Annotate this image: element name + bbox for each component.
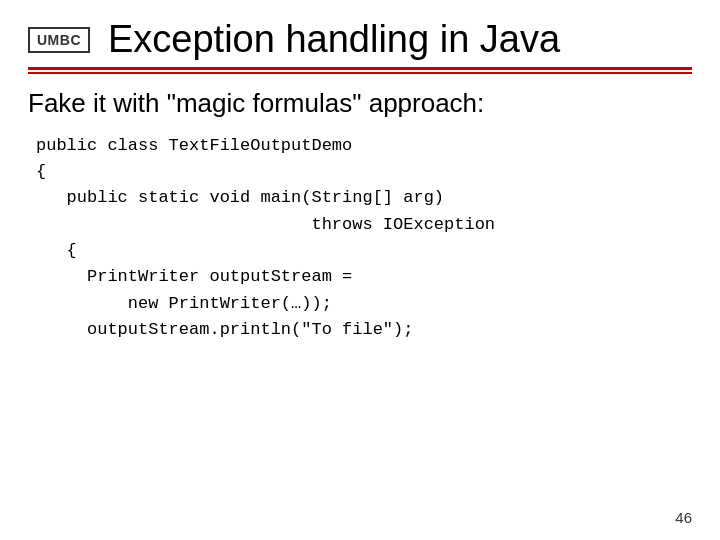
code-line-7: new PrintWriter(…)); [36,291,692,317]
code-line-6: PrintWriter outputStream = [36,264,692,290]
code-line-4: throws IOException [36,212,692,238]
code-line-2: { [36,159,692,185]
slide-container: UMBC Exception handling in Java Fake it … [0,0,720,540]
header-row: UMBC Exception handling in Java [28,18,692,61]
divider-thick [28,67,692,70]
code-line-3: public static void main(String[] arg) [36,185,692,211]
umbc-badge: UMBC [28,27,90,53]
subtitle: Fake it with "magic formulas" approach: [28,88,692,119]
code-block: public class TextFileOutputDemo { public… [36,133,692,344]
slide-title: Exception handling in Java [108,18,560,61]
code-line-5: { [36,238,692,264]
divider-thin [28,72,692,74]
page-number: 46 [675,509,692,526]
code-line-1: public class TextFileOutputDemo [36,133,692,159]
code-line-8: outputStream.println("To file"); [36,317,692,343]
